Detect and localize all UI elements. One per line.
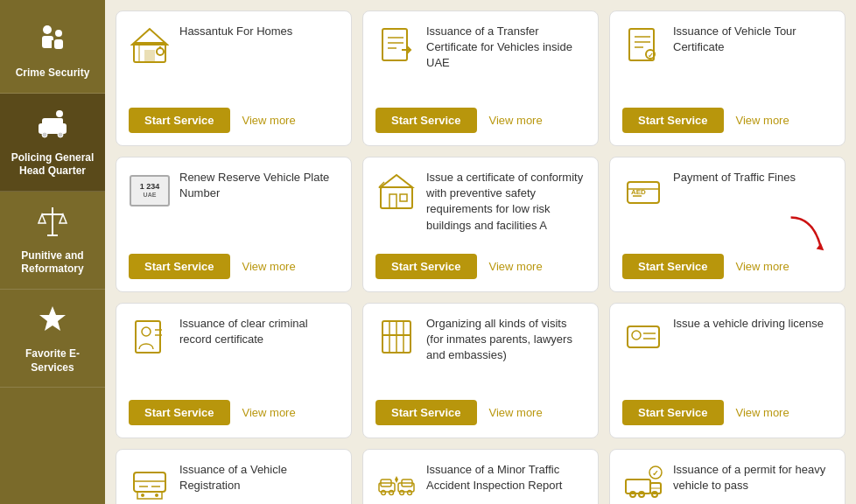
sidebar-item-favorite[interactable]: Favorite E-Services <box>0 290 105 388</box>
driving-license-title: Issue a vehicle driving license <box>673 316 832 332</box>
visits-start-button[interactable]: Start Service <box>375 400 477 425</box>
card-top-visits: Organizing all kinds of visits (for inma… <box>375 316 586 389</box>
traffic-fines-icon: AED <box>622 170 664 212</box>
driving-license-start-button[interactable]: Start Service <box>622 400 724 425</box>
card-top-driving-license: Issue a vehicle driving license <box>622 316 832 389</box>
card-top-accident: Issuance of a Minor Traffic Accident Ins… <box>375 462 586 504</box>
hassantuk-title: Hassantuk For Homes <box>179 24 339 39</box>
tour-start-button[interactable]: Start Service <box>622 108 724 133</box>
sidebar-item-punitive[interactable]: Punitive and Reformatory <box>0 192 105 290</box>
svg-point-62 <box>382 491 386 495</box>
svg-rect-10 <box>56 118 63 125</box>
conformity-actions: Start Service View more <box>375 254 586 279</box>
sidebar-item-policing[interactable]: Policing General Head Quarter <box>0 94 105 192</box>
visits-view-more[interactable]: View more <box>489 406 543 419</box>
conformity-icon <box>375 170 417 212</box>
service-card-driving-license: Issue a vehicle driving license Start Se… <box>609 303 845 438</box>
heavy-vehicle-title: Issuance of a permit for heavy vehicle t… <box>673 462 832 494</box>
sidebar-policing-label: Policing General Head Quarter <box>7 151 98 178</box>
svg-marker-40 <box>817 243 824 251</box>
conformity-view-more[interactable]: View more <box>489 260 543 273</box>
plate-icon: 1 234 UAE <box>129 170 171 212</box>
service-card-vehicle-reg: Issuance of a Vehicle Registration Start… <box>116 449 352 504</box>
svg-point-63 <box>389 491 394 495</box>
conformity-start-button[interactable]: Start Service <box>375 254 477 279</box>
traffic-fines-title: Payment of Traffic Fines <box>673 170 832 186</box>
svg-point-0 <box>43 25 52 34</box>
accident-title: Issuance of a Minor Traffic Accident Ins… <box>426 462 586 494</box>
criminal-record-start-button[interactable]: Start Service <box>129 400 230 425</box>
svg-rect-17 <box>144 50 155 62</box>
svg-text:✓: ✓ <box>648 52 654 60</box>
card-top-hassantuk: Hassantuk For Homes <box>129 24 339 97</box>
hassantuk-actions: Start Service View more <box>129 108 339 133</box>
svg-point-7 <box>42 132 47 137</box>
favorite-icon <box>35 302 70 342</box>
svg-point-42 <box>142 327 151 336</box>
transfer-title: Issuance of a Transfer Certificate for V… <box>426 24 586 72</box>
plate-actions: Start Service View more <box>129 254 339 279</box>
transfer-start-button[interactable]: Start Service <box>375 108 477 133</box>
hassantuk-icon <box>129 24 171 66</box>
svg-rect-68 <box>626 480 650 494</box>
policing-icon <box>35 106 70 146</box>
sidebar-item-crime-security[interactable]: Crime Security <box>0 9 105 94</box>
plate-start-button[interactable]: Start Service <box>129 254 230 279</box>
visits-title: Organizing all kinds of visits (for inma… <box>426 316 586 364</box>
driving-license-actions: Start Service View more <box>622 400 832 425</box>
svg-point-66 <box>400 491 404 495</box>
card-top-heavy-vehicle: ✓ Issuance of a permit for heavy vehicle… <box>622 462 832 504</box>
tour-actions: Start Service View more <box>622 108 832 133</box>
service-card-traffic-fines: AED Payment of Traffic Fines Start Servi… <box>609 157 845 292</box>
crime-security-icon <box>35 21 70 61</box>
vehicle-reg-title: Issuance of a Vehicle Registration <box>179 462 339 494</box>
sidebar-punitive-label: Punitive and Reformatory <box>7 249 98 276</box>
service-card-criminal-record: Issuance of clear criminal record certif… <box>116 303 352 438</box>
service-card-conformity: Issue a certificate of conformity with p… <box>362 157 599 292</box>
traffic-fines-view-more[interactable]: View more <box>736 260 789 273</box>
driving-license-icon <box>622 316 664 358</box>
criminal-record-icon <box>129 316 171 358</box>
visits-icon <box>375 316 417 358</box>
transfer-view-more[interactable]: View more <box>489 114 543 127</box>
vehicle-reg-icon <box>129 462 171 504</box>
criminal-record-actions: Start Service View more <box>129 400 339 425</box>
criminal-record-view-more[interactable]: View more <box>242 406 296 419</box>
svg-point-58 <box>141 494 144 497</box>
service-card-plate: 1 234 UAE Renew Reserve Vehicle Plate Nu… <box>116 157 352 292</box>
svg-point-51 <box>632 331 641 340</box>
tour-view-more[interactable]: View more <box>736 114 789 127</box>
svg-rect-21 <box>382 29 407 60</box>
traffic-fines-actions: Start Service View more <box>622 254 832 279</box>
plate-title: Renew Reserve Vehicle Plate Number <box>179 170 339 201</box>
criminal-record-title: Issuance of clear criminal record certif… <box>179 316 339 347</box>
svg-rect-54 <box>134 472 165 492</box>
traffic-fines-start-button[interactable]: Start Service <box>622 254 724 279</box>
transfer-icon <box>375 24 417 66</box>
driving-license-view-more[interactable]: View more <box>736 406 789 419</box>
svg-point-8 <box>58 132 63 137</box>
punitive-icon <box>35 204 70 244</box>
svg-point-9 <box>56 110 63 117</box>
plate-view-more[interactable]: View more <box>242 260 296 273</box>
service-card-transfer: Issuance of a Transfer Certificate for V… <box>362 10 599 146</box>
heavy-vehicle-icon: ✓ <box>622 462 664 504</box>
svg-rect-33 <box>389 194 396 208</box>
visits-actions: Start Service View more <box>375 400 586 425</box>
card-top-traffic-fines: AED Payment of Traffic Fines <box>622 170 832 243</box>
card-top-tour: ✓ Issuance of Vehicle Tour Certificate <box>622 24 832 97</box>
svg-text:✓: ✓ <box>652 469 659 478</box>
hassantuk-view-more[interactable]: View more <box>242 114 296 127</box>
svg-rect-34 <box>400 194 407 201</box>
svg-rect-3 <box>54 39 63 49</box>
tour-icon: ✓ <box>622 24 664 66</box>
conformity-title: Issue a certificate of conformity with p… <box>426 170 586 234</box>
transfer-actions: Start Service View more <box>375 108 586 133</box>
main-content: Hassantuk For Homes Start Service View m… <box>105 0 856 504</box>
hassantuk-start-button[interactable]: Start Service <box>129 108 230 133</box>
svg-point-67 <box>408 491 412 495</box>
card-top-vehicle-reg: Issuance of a Vehicle Registration <box>129 462 339 504</box>
sidebar-crime-security-label: Crime Security <box>16 66 90 80</box>
service-card-hassantuk: Hassantuk For Homes Start Service View m… <box>116 10 352 146</box>
service-card-visits: Organizing all kinds of visits (for inma… <box>362 303 599 438</box>
